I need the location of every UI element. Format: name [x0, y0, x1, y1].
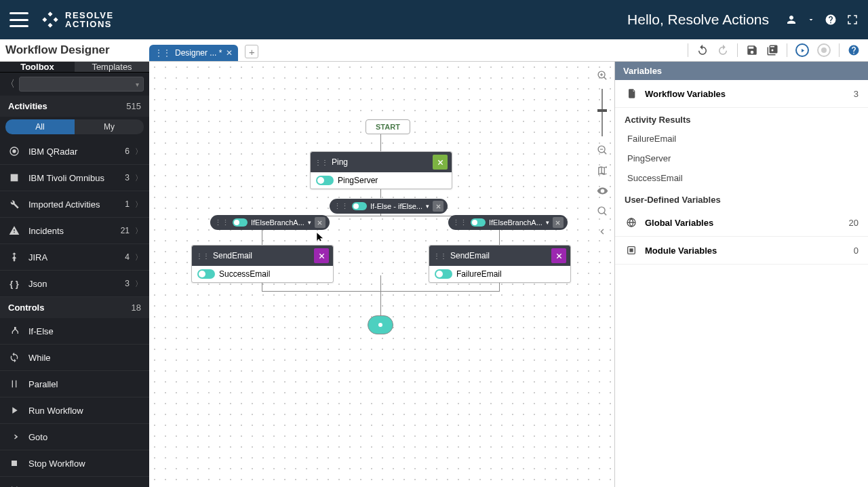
branch-icon [7, 324, 22, 338]
ifelse-node[interactable]: ⋮⋮If-Else - ifElse...▾ [330, 199, 448, 214]
menu-icon[interactable] [9, 12, 28, 27]
sidebar-item-stop[interactable]: Stop Workflow [0, 450, 149, 477]
toolbox-tab[interactable]: Toolbox [0, 62, 75, 72]
filter-all[interactable]: All [5, 119, 75, 134]
zoom-slider[interactable] [601, 89, 603, 136]
activity-result-item[interactable]: FailureEmail [615, 129, 868, 149]
designer-tab[interactable]: ⋮⋮ Designer ... * ✕ [149, 45, 238, 61]
record-button[interactable] [817, 43, 831, 57]
templates-tab[interactable]: Templates [75, 62, 149, 72]
activities-count: 515 [126, 101, 141, 111]
end-node[interactable] [368, 315, 393, 334]
save-all-icon[interactable] [766, 44, 778, 56]
global-variables-row[interactable]: Global Variables 20 [615, 209, 868, 237]
undo-icon[interactable] [696, 44, 709, 56]
fullscreen-icon[interactable] [846, 14, 859, 26]
grip-icon: ⋮⋮ [155, 48, 171, 58]
greeting-text: Hello, Resolve Actions [627, 12, 769, 28]
help-toolbar-icon[interactable] [848, 44, 860, 56]
terminate-icon [7, 482, 22, 487]
goto-icon [7, 429, 22, 444]
activity-result-item[interactable]: PingServer [615, 149, 868, 168]
search-input[interactable]: ▾ [19, 77, 144, 92]
map-icon[interactable] [594, 162, 610, 178]
workflow-canvas[interactable]: START ⋮⋮Ping PingServer ⋮⋮If-Else - ifEl… [149, 62, 614, 487]
redo-icon[interactable] [717, 44, 729, 56]
back-icon[interactable]: 〈 [5, 78, 15, 90]
json-icon: { } [7, 276, 22, 291]
sidebar-item-imported[interactable]: Imported Activities 1 〉 [0, 191, 149, 218]
close-icon[interactable] [433, 201, 443, 212]
zoom-out-icon[interactable] [594, 142, 610, 158]
sidebar-item-ifelse[interactable]: If-Else [0, 318, 149, 345]
sidebar-item-json[interactable]: { } Json 3 〉 [0, 271, 149, 297]
incidents-icon [7, 223, 22, 238]
chevron-down-icon[interactable] [807, 14, 815, 26]
svg-point-1 [12, 149, 16, 153]
sidebar: Toolbox Templates 〈 ▾ Activities 515 All… [0, 62, 149, 487]
user-icon[interactable] [785, 14, 797, 26]
svg-rect-3 [12, 461, 17, 466]
tivoli-icon [7, 170, 22, 185]
activity-result-item[interactable]: SuccessEmail [615, 168, 868, 188]
chevron-right-icon: 〉 [135, 147, 142, 157]
parallel-icon [7, 376, 22, 391]
qradar-icon [7, 144, 22, 159]
cursor-icon [315, 231, 325, 243]
user-defined-header: User-Defined Variables [615, 188, 868, 209]
svg-rect-2 [11, 174, 18, 182]
ping-node[interactable]: ⋮⋮Ping PingServer [310, 151, 452, 189]
globe-icon [625, 216, 638, 229]
node-action-icon[interactable] [433, 155, 448, 170]
panel-title: Variables [615, 62, 868, 80]
workflow-variables-row[interactable]: Workflow Variables 3 [615, 80, 868, 108]
zoom-in-icon[interactable] [594, 67, 610, 83]
app-bar: Workflow Designer ⋮⋮ Designer ... * ✕ + [0, 39, 868, 62]
close-icon[interactable]: ✕ [226, 48, 233, 58]
toggle-icon[interactable] [316, 176, 334, 185]
sidebar-item-goto[interactable]: Goto [0, 424, 149, 450]
search-icon[interactable] [594, 203, 610, 219]
activity-results-header: Activity Results [615, 108, 868, 129]
filter-my[interactable]: My [75, 119, 144, 134]
controls-count: 18 [132, 303, 141, 313]
start-node[interactable]: START [366, 119, 410, 134]
add-tab-button[interactable]: + [245, 45, 258, 58]
play-icon [7, 403, 22, 418]
loop-icon [7, 350, 22, 365]
module-icon [625, 244, 638, 257]
sendemail-right-node[interactable]: ⋮⋮SendEmail FailureEmail [429, 245, 571, 283]
run-button[interactable] [795, 43, 809, 57]
page-title: Workflow Designer [0, 43, 149, 57]
branch-right-node[interactable]: ⋮⋮IfElseBranchA...▾ [448, 215, 568, 230]
module-variables-row[interactable]: Module Variables 0 [615, 237, 868, 265]
app-logo: RESOLVEACTIONS [41, 10, 114, 29]
document-icon [625, 87, 638, 100]
sendemail-left-node[interactable]: ⋮⋮SendEmail SuccessEmail [191, 245, 334, 283]
view-icon[interactable] [594, 182, 610, 199]
sidebar-item-terminate[interactable]: Terminate Workfl... [0, 477, 149, 487]
sidebar-item-tivoli[interactable]: IBM Tivoli Omnibus 3 〉 [0, 165, 149, 191]
stop-icon [7, 456, 22, 471]
sidebar-item-while[interactable]: While [0, 345, 149, 371]
jira-icon [7, 250, 22, 265]
logo-text-2: ACTIONS [65, 20, 114, 28]
branch-left-node[interactable]: ⋮⋮IfElseBranchA...▾ [210, 215, 330, 230]
variables-panel: Variables Workflow Variables 3 Activity … [614, 62, 868, 487]
svg-point-6 [598, 207, 605, 214]
sidebar-item-parallel[interactable]: Parallel [0, 371, 149, 397]
app-header: RESOLVEACTIONS Hello, Resolve Actions [0, 0, 868, 39]
tab-label: Designer ... * [175, 48, 222, 58]
logo-icon [41, 10, 60, 29]
expand-panel-icon[interactable] [594, 223, 610, 239]
sidebar-item-runworkflow[interactable]: Run Workflow [0, 397, 149, 424]
sidebar-item-jira[interactable]: JIRA 4 〉 [0, 244, 149, 271]
activities-header: Activities [8, 101, 47, 111]
sidebar-item-incidents[interactable]: Incidents 21 〉 [0, 218, 149, 244]
save-icon[interactable] [746, 44, 758, 56]
svg-rect-9 [629, 248, 633, 252]
wrench-icon [7, 197, 22, 212]
controls-header: Controls [8, 303, 44, 313]
help-icon[interactable] [825, 14, 837, 26]
sidebar-item-qradar[interactable]: IBM QRadar 6 〉 [0, 138, 149, 165]
